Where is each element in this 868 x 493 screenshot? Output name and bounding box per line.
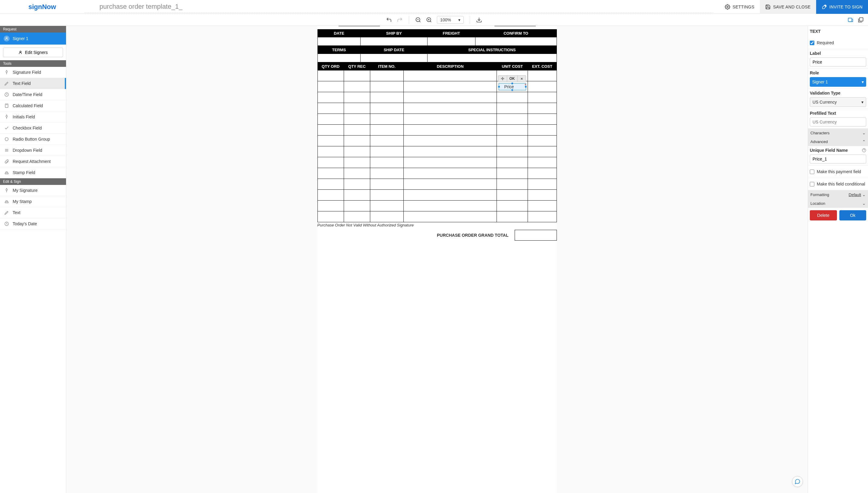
cell[interactable] <box>318 37 361 46</box>
tool-radio-group[interactable]: Radio Button Group <box>0 134 66 145</box>
move-handle[interactable] <box>498 76 507 82</box>
cell[interactable] <box>403 135 497 146</box>
cell[interactable] <box>528 70 557 81</box>
validation-type-select[interactable]: US Currency ▾ <box>810 97 866 107</box>
cell[interactable] <box>344 157 370 168</box>
cell[interactable] <box>497 114 528 125</box>
tool-dropdown-field[interactable]: Dropdown Field <box>0 145 66 156</box>
cell[interactable] <box>497 157 528 168</box>
cell[interactable] <box>370 157 403 168</box>
document-title[interactable]: purchase order template_1_ <box>84 1 713 13</box>
tool-text[interactable]: Text <box>0 207 66 218</box>
cell[interactable] <box>370 168 403 179</box>
cell[interactable] <box>318 135 344 146</box>
payment-field-checkbox[interactable] <box>810 170 814 174</box>
required-checkbox[interactable] <box>810 41 814 45</box>
chat-button[interactable] <box>792 476 803 487</box>
cell[interactable] <box>497 125 528 135</box>
cell[interactable] <box>344 168 370 179</box>
cell[interactable] <box>318 70 344 81</box>
cell[interactable] <box>497 103 528 114</box>
save-and-close-button[interactable]: SAVE AND CLOSE <box>760 0 816 14</box>
cell[interactable] <box>370 211 403 222</box>
cell[interactable] <box>370 179 403 190</box>
cell[interactable] <box>370 135 403 146</box>
cell[interactable] <box>528 135 557 146</box>
cell[interactable] <box>528 114 557 125</box>
tool-initials-field[interactable]: Initials Field <box>0 111 66 123</box>
cell[interactable] <box>318 114 344 125</box>
characters-section[interactable]: Characters ⌄ <box>808 129 868 137</box>
cell[interactable] <box>370 125 403 135</box>
cell[interactable] <box>318 179 344 190</box>
tool-request-attachment[interactable]: Request Attachment <box>0 156 66 167</box>
pages-icon[interactable] <box>858 17 864 23</box>
cell[interactable] <box>344 103 370 114</box>
cell[interactable] <box>370 81 403 92</box>
field-ok-button[interactable]: OK <box>507 76 518 82</box>
cell[interactable] <box>370 114 403 125</box>
cell[interactable] <box>318 157 344 168</box>
cell[interactable] <box>370 70 403 81</box>
cell[interactable] <box>370 103 403 114</box>
cell[interactable] <box>528 168 557 179</box>
cell[interactable] <box>528 190 557 200</box>
cell[interactable] <box>497 190 528 200</box>
cell[interactable] <box>344 125 370 135</box>
field-close-button[interactable] <box>518 76 526 82</box>
cell[interactable] <box>497 168 528 179</box>
cell[interactable] <box>318 103 344 114</box>
zoom-in-icon[interactable] <box>426 17 432 23</box>
cell[interactable] <box>497 179 528 190</box>
field-view-icon[interactable] <box>848 17 853 23</box>
redo-icon[interactable] <box>397 17 403 23</box>
location-section[interactable]: Location ⌄ <box>808 199 868 208</box>
cell[interactable] <box>403 157 497 168</box>
cell[interactable] <box>344 211 370 222</box>
cell[interactable] <box>370 200 403 211</box>
cell[interactable] <box>318 168 344 179</box>
cell[interactable] <box>344 92 370 103</box>
cell[interactable] <box>528 157 557 168</box>
required-checkbox-row[interactable]: Required <box>810 39 866 47</box>
cell[interactable] <box>528 179 557 190</box>
zoom-out-icon[interactable] <box>415 17 421 23</box>
cell[interactable] <box>403 190 497 200</box>
cell[interactable] <box>344 146 370 157</box>
cell[interactable] <box>344 135 370 146</box>
cell[interactable] <box>344 179 370 190</box>
settings-button[interactable]: SETTINGS <box>719 0 760 14</box>
cell[interactable] <box>528 125 557 135</box>
tool-text-field[interactable]: Text Field <box>0 78 66 89</box>
tool-stamp-field[interactable]: Stamp Field <box>0 167 66 178</box>
tool-my-signature[interactable]: My Signature <box>0 185 66 196</box>
cell[interactable] <box>370 92 403 103</box>
conditional-field-checkbox[interactable] <box>810 182 814 187</box>
cell[interactable] <box>403 114 497 125</box>
help-icon[interactable] <box>862 148 866 152</box>
cell[interactable] <box>344 114 370 125</box>
payment-field-row[interactable]: Make this payment field <box>810 168 866 176</box>
edit-signers-button[interactable]: Edit Signers <box>3 48 63 57</box>
cell[interactable] <box>403 125 497 135</box>
cell[interactable] <box>370 190 403 200</box>
ok-button[interactable]: Ok <box>839 210 867 220</box>
placed-text-field[interactable]: Price * <box>499 83 526 90</box>
tool-datetime-field[interactable]: Date/Time Field <box>0 89 66 100</box>
cell[interactable] <box>318 200 344 211</box>
cell[interactable] <box>528 103 557 114</box>
cell[interactable] <box>403 92 497 103</box>
cell[interactable] <box>403 211 497 222</box>
cell[interactable] <box>361 37 427 46</box>
invite-to-sign-button[interactable]: INVITE TO SIGN <box>816 0 868 14</box>
unique-field-name-input[interactable] <box>810 154 866 164</box>
signer-row[interactable]: Signer 1 <box>0 33 66 45</box>
download-icon[interactable] <box>476 17 482 23</box>
tool-checkbox-field[interactable]: Checkbox Field <box>0 123 66 134</box>
cell[interactable] <box>318 146 344 157</box>
cell[interactable] <box>528 92 557 103</box>
cell[interactable] <box>475 37 557 46</box>
cell[interactable] <box>528 81 557 92</box>
cell[interactable] <box>318 81 344 92</box>
cell[interactable] <box>403 103 497 114</box>
